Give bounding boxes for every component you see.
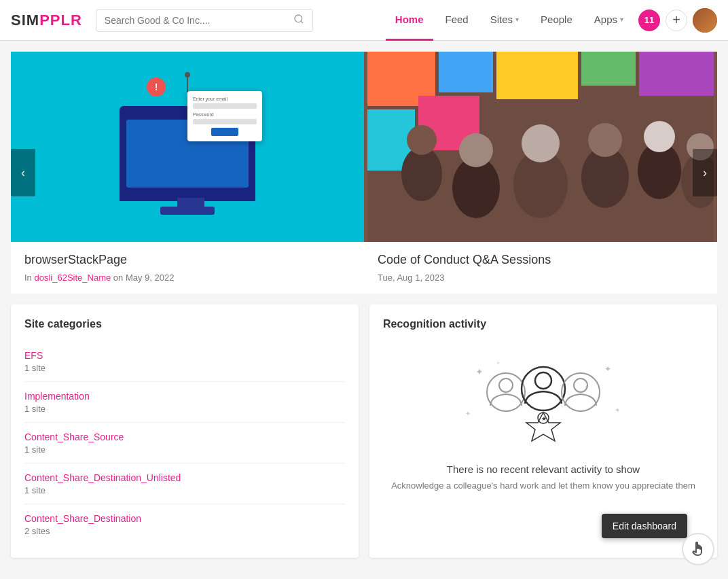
list-item: Implementation 1 site bbox=[24, 382, 345, 423]
svg-text:✦: ✦ bbox=[604, 364, 611, 374]
dialog-box: Enter your email Password bbox=[187, 91, 262, 141]
avatar[interactable] bbox=[693, 8, 717, 33]
svg-point-0 bbox=[295, 15, 302, 22]
carousel-meta-1: In dosli_62Site_Name on May 9, 2022 bbox=[24, 273, 350, 283]
list-item: Content_Share_Destination 2 sites bbox=[24, 504, 345, 544]
avatar-image bbox=[693, 8, 717, 33]
list-item: EFS 1 site bbox=[24, 341, 345, 382]
recognition-svg: ✦ ✦ ✦ ✦ ✦ ✦ ★ bbox=[455, 355, 632, 450]
main-content: ‹ bbox=[0, 41, 728, 569]
svg-point-3 bbox=[185, 72, 190, 77]
cursor-icon[interactable] bbox=[682, 533, 714, 565]
chevron-left-icon: ‹ bbox=[21, 166, 25, 180]
svg-text:✦: ✦ bbox=[465, 410, 471, 417]
category-count-implementation: 1 site bbox=[24, 404, 345, 414]
svg-rect-6 bbox=[439, 52, 493, 92]
svg-point-13 bbox=[407, 125, 437, 155]
svg-text:★: ★ bbox=[541, 415, 547, 422]
carousel-section: ‹ bbox=[11, 52, 717, 294]
warning-icon: ! bbox=[147, 77, 166, 96]
carousel-card-1: Enter your email Password ! browserStack… bbox=[11, 52, 364, 294]
svg-point-33 bbox=[535, 372, 551, 389]
category-count-csd: 2 sites bbox=[24, 526, 345, 536]
carousel-next-button[interactable]: › bbox=[693, 149, 717, 196]
carousel-caption-1: browserStackPage In dosli_62Site_Name on… bbox=[11, 242, 364, 294]
header: SIMPPLR Home Feed Sites ▾ People Apps ▾ bbox=[0, 0, 728, 41]
search-icon bbox=[293, 14, 304, 27]
svg-point-19 bbox=[588, 123, 622, 157]
category-count-efs: 1 site bbox=[24, 363, 345, 373]
nav-home[interactable]: Home bbox=[386, 0, 433, 41]
svg-rect-9 bbox=[639, 52, 714, 96]
carousel-title-2: Code of Conduct Q&A Sessions bbox=[378, 253, 704, 267]
carousel-title-1: browserStackPage bbox=[24, 253, 350, 267]
logo[interactable]: SIMPPLR bbox=[11, 12, 82, 29]
category-link-efs[interactable]: EFS bbox=[24, 350, 43, 361]
nav-feed[interactable]: Feed bbox=[436, 0, 478, 41]
svg-line-1 bbox=[301, 21, 303, 23]
monitor-base bbox=[160, 207, 215, 215]
carousel-site-link[interactable]: dosli_62Site_Name bbox=[34, 273, 111, 283]
svg-point-31 bbox=[499, 379, 513, 392]
site-categories-card: Site categories EFS 1 site Implementatio… bbox=[11, 304, 359, 558]
chevron-down-icon: ▾ bbox=[515, 16, 519, 23]
category-count-css: 1 site bbox=[24, 444, 345, 455]
header-actions: 11 + bbox=[638, 8, 717, 33]
add-button[interactable]: + bbox=[666, 10, 687, 31]
edit-dashboard-button[interactable]: Edit dashboard bbox=[602, 514, 687, 538]
svg-point-21 bbox=[644, 121, 675, 152]
main-nav: Home Feed Sites ▾ People Apps ▾ bbox=[386, 0, 633, 41]
nav-people[interactable]: People bbox=[531, 0, 582, 41]
category-link-content-share-dest-unlisted[interactable]: Content_Share_Destination_Unlisted bbox=[24, 472, 181, 483]
svg-rect-7 bbox=[496, 52, 578, 99]
notification-badge[interactable]: 11 bbox=[638, 10, 660, 31]
recognition-sub-text: Acknowledge a colleague's hard work and … bbox=[383, 480, 704, 491]
category-link-content-share-source[interactable]: Content_Share_Source bbox=[24, 432, 124, 442]
category-link-implementation[interactable]: Implementation bbox=[24, 391, 90, 402]
people-group-image bbox=[367, 52, 714, 242]
phishing-illustration: Enter your email Password ! bbox=[99, 72, 276, 222]
recognition-empty-title: There is no recent relevant activity to … bbox=[383, 463, 704, 475]
carousel-caption-2: Code of Conduct Q&A Sessions Tue, Aug 1,… bbox=[364, 242, 717, 294]
svg-text:✦: ✦ bbox=[475, 366, 484, 377]
site-categories-title: Site categories bbox=[24, 318, 345, 330]
recognition-title: Recognition activity bbox=[383, 318, 704, 330]
carousel-prev-button[interactable]: ‹ bbox=[11, 149, 35, 196]
list-item: Content_Share_Source 1 site bbox=[24, 423, 345, 463]
svg-text:✦: ✦ bbox=[496, 360, 500, 366]
hand-cursor-icon bbox=[690, 541, 706, 557]
carousel-meta-2: Tue, Aug 1, 2023 bbox=[378, 273, 704, 283]
recognition-illustration: ✦ ✦ ✦ ✦ ✦ ✦ ★ bbox=[383, 341, 704, 463]
svg-text:✦: ✦ bbox=[615, 406, 620, 414]
chevron-down-icon: ▾ bbox=[620, 16, 623, 23]
category-link-content-share-dest[interactable]: Content_Share_Destination bbox=[24, 513, 141, 524]
carousel-image-left: Enter your email Password ! bbox=[11, 52, 364, 242]
nav-sites[interactable]: Sites ▾ bbox=[481, 0, 528, 41]
svg-rect-8 bbox=[581, 52, 636, 86]
svg-point-17 bbox=[522, 124, 560, 162]
carousel-image-right bbox=[364, 52, 717, 242]
search-input[interactable] bbox=[105, 15, 288, 26]
search-bar[interactable] bbox=[96, 9, 313, 32]
chevron-right-icon: › bbox=[703, 166, 707, 180]
category-count-csdu: 1 site bbox=[24, 485, 345, 495]
nav-apps[interactable]: Apps ▾ bbox=[585, 0, 633, 41]
svg-point-15 bbox=[459, 133, 493, 167]
list-item: Content_Share_Destination_Unlisted 1 sit… bbox=[24, 463, 345, 504]
carousel-card-2: Code of Conduct Q&A Sessions Tue, Aug 1,… bbox=[364, 52, 717, 294]
